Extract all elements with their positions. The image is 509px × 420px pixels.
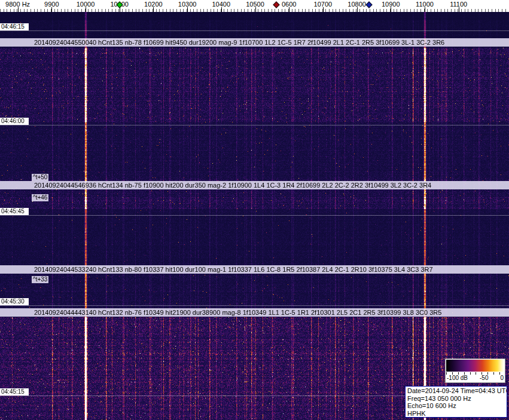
freq-tick-label: 10900 [382, 1, 400, 8]
freq-tick-label: 10800 [348, 1, 366, 8]
freq-major-tick [289, 7, 289, 12]
freq-tick-label: 11100 [450, 1, 467, 8]
marker-blue-diamond[interactable] [365, 1, 372, 8]
colorbar-label-mid: -50 [480, 375, 488, 382]
colorbar: -100 dB -50 0 [445, 358, 505, 383]
detection-row: 20140924044533240 hCnt133 nb-80 f10337 h… [0, 265, 509, 274]
freq-major-tick [51, 7, 52, 12]
freq-major-tick [18, 7, 19, 12]
info-date-time: Date=2014-09-24 Time=04:43 UTC [407, 387, 505, 395]
detection-row: 20140924044443140 hCnt132 nb-76 f10349 h… [0, 308, 509, 317]
freq-tick-label: 10500 [246, 1, 264, 8]
freq-tick-label: 10300 [178, 1, 197, 8]
freq-major-tick [255, 7, 256, 12]
time-label: 04:45:30 [0, 298, 29, 305]
info-box: Date=2014-09-24 Time=04:43 UTC Freq=143 … [405, 386, 507, 418]
frequency-minor-ticks [0, 9, 509, 12]
freq-major-tick [187, 7, 188, 12]
time-label: 04:46:00 [0, 118, 29, 125]
freq-tick-label: 0600 [282, 1, 296, 8]
freq-major-tick [323, 7, 324, 12]
freq-major-tick [425, 7, 425, 12]
detection-row: 20140924044550040 hCnt135 nb-78 f10699 h… [0, 38, 509, 47]
colorbar-labels: -100 dB -50 0 [446, 375, 505, 382]
info-station: HPHK [407, 410, 505, 418]
freq-tick-label: 10400 [212, 1, 231, 8]
time-offset-note: ^t+33 [32, 276, 48, 283]
frequency-ruler: 9800 Hz990010000101001020010300104001050… [0, 0, 509, 12]
time-offset-note: ^t+50 [32, 174, 48, 181]
info-frequency: Freq=143 050 000 Hz [407, 395, 505, 403]
colorbar-label-min: -100 dB [447, 375, 468, 382]
freq-major-tick [391, 7, 391, 12]
freq-major-tick [153, 7, 154, 12]
time-offset-note: ^t+46 [32, 194, 48, 201]
freq-major-tick [221, 7, 222, 12]
detection-row: 20140924044546936 hCnt134 nb-75 f10900 h… [0, 181, 509, 189]
freq-tick-label: 9800 Hz [5, 1, 30, 8]
freq-tick-label: 10200 [144, 1, 163, 8]
time-label: 04:45:15 [0, 388, 29, 396]
freq-major-tick [86, 7, 86, 12]
freq-tick-label: 10000 [77, 1, 95, 8]
freq-major-tick [459, 7, 459, 12]
freq-major-tick [357, 7, 358, 12]
freq-tick-label: 11000 [416, 1, 434, 8]
freq-tick-label: 10700 [314, 1, 333, 8]
spectrogram-app: 9800 Hz990010000101001020010300104001050… [0, 0, 509, 420]
marker-red-diamond[interactable] [273, 1, 279, 8]
info-echo: Echo=10 600 Hz [407, 402, 505, 410]
colorbar-label-max: 0 [500, 375, 504, 382]
time-label: 04:46:15 [0, 23, 29, 30]
freq-tick-label: 9900 [44, 1, 59, 8]
colorbar-gradient [446, 360, 504, 372]
time-label: 04:45:45 [0, 208, 29, 215]
spectrogram-canvas [0, 0, 509, 420]
